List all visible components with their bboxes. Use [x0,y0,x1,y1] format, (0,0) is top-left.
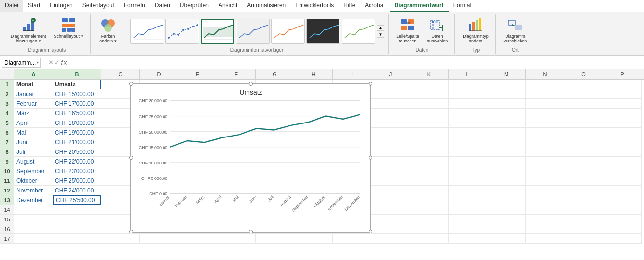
cell[interactable] [410,234,449,244]
cell[interactable] [371,215,410,224]
cell[interactable] [14,224,53,234]
col-header-H[interactable]: H [294,69,333,79]
swap-rows-cols-button[interactable]: Zeile/Spalte tauschen [394,16,423,45]
cell[interactable] [487,89,526,99]
cell[interactable] [487,99,526,109]
cell[interactable] [449,195,487,205]
cell[interactable] [564,147,603,157]
cell[interactable] [603,234,642,244]
tab-seitenlayout[interactable]: Seitenlayout [78,0,119,12]
cell[interactable] [603,186,642,195]
cancel-icon[interactable]: ✕ [48,59,54,66]
cell[interactable] [564,224,603,234]
cell[interactable] [410,89,449,99]
cell[interactable] [603,99,642,109]
cell[interactable] [410,99,449,109]
cell[interactable] [526,176,564,186]
cell[interactable] [603,118,642,128]
cell[interactable] [53,205,101,215]
col-header-D[interactable]: D [140,69,178,79]
cell[interactable]: November [14,186,53,195]
chart-template-1[interactable] [130,19,164,44]
cell[interactable] [603,166,642,176]
cell[interactable]: März [14,109,53,118]
cell[interactable] [487,205,526,215]
cell[interactable]: CHF 24'000.00 [53,186,101,195]
cell[interactable] [564,195,603,205]
cell[interactable] [487,80,526,89]
cell[interactable]: Dezember [14,195,53,205]
col-header-G[interactable]: G [256,69,294,79]
cell[interactable] [603,215,642,224]
cell[interactable] [410,157,449,166]
cell[interactable] [371,147,410,157]
cell[interactable] [526,147,564,157]
col-header-F[interactable]: F [217,69,256,79]
select-data-button[interactable]: Daten auswählen [424,16,451,45]
cell[interactable] [14,215,53,224]
cell[interactable] [526,157,564,166]
chart-template-5[interactable] [271,19,305,44]
cell[interactable] [487,147,526,157]
confirm-icon[interactable]: ✓ [55,59,60,66]
cell[interactable] [603,224,642,234]
cell[interactable] [256,234,294,244]
col-header-P[interactable]: P [603,69,642,79]
col-header-N[interactable]: N [526,69,564,79]
cell[interactable] [140,234,178,244]
handle-bl[interactable] [129,230,133,233]
cell[interactable]: September [14,166,53,176]
tab-automatisieren[interactable]: Automatisieren [242,0,290,12]
cell[interactable] [603,80,642,89]
cell[interactable] [564,99,603,109]
cell[interactable] [487,118,526,128]
cell[interactable] [526,205,564,215]
cell[interactable] [14,205,53,215]
handle-mr[interactable] [369,156,372,160]
cell[interactable] [449,224,487,234]
col-header-I[interactable]: I [333,69,371,79]
cell[interactable]: Februar [14,99,53,109]
chart-container[interactable]: UmsatzCHF 0.00CHF 5'000.00CHF 10'000.00C… [130,83,371,233]
cell[interactable] [526,80,564,89]
cell[interactable] [487,215,526,224]
cell[interactable] [526,137,564,147]
cell[interactable] [371,166,410,176]
cell[interactable] [603,128,642,137]
cell[interactable] [526,224,564,234]
cell[interactable] [564,215,603,224]
cell[interactable] [603,89,642,99]
cell[interactable] [526,195,564,205]
cell[interactable]: Juli [14,147,53,157]
cell[interactable] [410,224,449,234]
cell[interactable] [333,234,371,244]
cell[interactable] [526,215,564,224]
cell[interactable]: Umsatz [53,80,101,89]
cell[interactable] [371,186,410,195]
cell[interactable] [449,80,487,89]
cell[interactable] [603,147,642,157]
cell[interactable] [449,118,487,128]
cell[interactable]: Juni [14,137,53,147]
tab-diagrammentwurf[interactable]: Diagrammentwurf [390,0,449,12]
chart-template-4[interactable] [236,19,270,44]
cell[interactable]: CHF 15'000.00 [53,89,101,99]
handle-br[interactable] [369,230,372,233]
cell[interactable] [487,128,526,137]
cell[interactable] [487,195,526,205]
cell[interactable]: CHF 25'000.00 [53,176,101,186]
cell[interactable] [410,137,449,147]
handle-tl[interactable] [129,82,133,86]
cell[interactable] [564,234,603,244]
cell[interactable] [53,234,101,244]
col-header-E[interactable]: E [178,69,217,79]
cell[interactable] [449,147,487,157]
cell[interactable] [564,186,603,195]
chart-template-3[interactable] [201,19,234,44]
col-header-M[interactable]: M [487,69,526,79]
change-colors-button[interactable]: Farben ändern ▾ [96,16,120,45]
tab-ueberpruefen[interactable]: Überprüfen [175,0,214,12]
add-chart-element-button[interactable]: + Diagrammelement hinzufügen ▾ [8,16,49,45]
cell[interactable] [487,176,526,186]
cell[interactable] [487,186,526,195]
